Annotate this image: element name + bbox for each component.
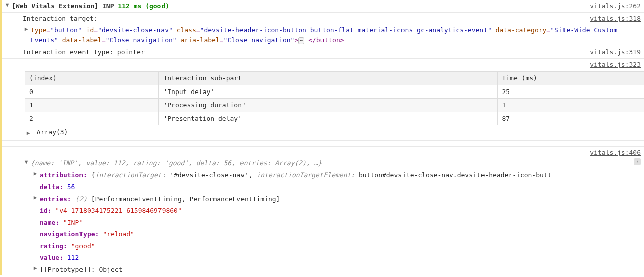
- object-summary-row[interactable]: ▼ {name: 'INP', value: 112, rating: 'goo…: [2, 157, 644, 169]
- chevron-down-icon[interactable]: ▼: [4, 2, 11, 9]
- logged-element[interactable]: type="button" id="devsite-close-nav" cla…: [31, 25, 641, 45]
- source-link[interactable]: vitals.js:319: [585, 47, 641, 57]
- chevron-right-icon[interactable]: ▶: [32, 171, 39, 178]
- object-property[interactable]: ▶attribution: {interactionTarget: '#devs…: [2, 169, 644, 181]
- log-header-row[interactable]: ▼ [Web Vitals Extension] INP 112 ms (goo…: [2, 0, 644, 13]
- table-header: (index): [25, 72, 159, 85]
- ellipsis-icon[interactable]: ⋯: [298, 37, 304, 44]
- source-link[interactable]: vitals.js:323: [590, 60, 641, 70]
- source-link[interactable]: vitals.js:262: [585, 1, 641, 11]
- table-row: 0'Input delay'25: [25, 85, 645, 99]
- table-row: 1'Processing duration'1: [25, 99, 645, 112]
- interaction-event-label: Interaction event type: pointer: [23, 48, 145, 56]
- chevron-right-icon[interactable]: ▶: [32, 195, 39, 202]
- chevron-right-icon[interactable]: ▶: [25, 130, 32, 137]
- header-prefix: [Web Vitals Extension] INP: [12, 2, 114, 10]
- object-property: delta: 56: [2, 181, 644, 193]
- source-link[interactable]: vitals.js:318: [585, 14, 641, 24]
- header-rating: (good): [145, 2, 169, 10]
- interaction-target-row: Interaction target: vitals.js:318: [2, 13, 644, 25]
- interaction-target-label: Interaction target:: [23, 15, 98, 22]
- object-property: name: "INP": [2, 217, 644, 229]
- console-table: (index)Interaction sub-partTime (ms) 0'I…: [25, 71, 644, 125]
- table-header: Time (ms): [498, 72, 644, 85]
- interaction-event-row: Interaction event type: pointer vitals.j…: [2, 46, 644, 59]
- chevron-right-icon[interactable]: ▶: [23, 26, 30, 33]
- object-property: rating: "good": [2, 240, 644, 252]
- chevron-down-icon[interactable]: ▼: [23, 159, 30, 166]
- table-array-summary[interactable]: ▶ Array(3): [2, 126, 644, 137]
- source-link[interactable]: vitals.js:406: [590, 148, 641, 158]
- object-property[interactable]: ▶entries: (2) [PerformanceEventTiming, P…: [2, 193, 644, 205]
- header-value: 112 ms: [118, 2, 141, 10]
- object-property[interactable]: ▶[[Prototype]]: Object: [2, 264, 644, 276]
- chevron-right-icon[interactable]: ▶: [32, 265, 39, 272]
- table-header: Interaction sub-part: [159, 72, 498, 85]
- console-table-block: vitals.js:323 (index)Interaction sub-par…: [2, 59, 644, 141]
- table-row: 2'Presentation delay'87: [25, 112, 645, 125]
- object-property: id: "v4-1718034175221-6159846979860": [2, 205, 644, 217]
- object-property: navigationType: "reload": [2, 228, 644, 240]
- object-summary: {name: 'INP', value: 112, rating: 'good'…: [31, 158, 632, 168]
- object-property: value: 112: [2, 252, 644, 264]
- interaction-target-element[interactable]: ▶ type="button" id="devsite-close-nav" c…: [2, 24, 644, 46]
- info-icon[interactable]: i: [634, 158, 641, 165]
